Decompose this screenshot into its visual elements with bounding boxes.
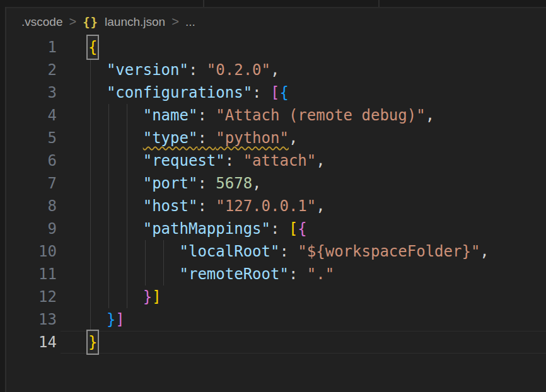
code-line: 2 "version": "0.2.0", [0, 59, 546, 81]
code-line-text[interactable]: "name": "Attach (remote debug)", [88, 104, 434, 127]
token: , [252, 175, 261, 192]
line-number: 5 [0, 127, 57, 149]
code-line: 11 "remoteRoot": "." [0, 263, 546, 285]
token [88, 243, 180, 260]
token [88, 311, 107, 328]
line-number: 1 [0, 36, 57, 59]
token [88, 265, 180, 283]
code-line: 12 }] [0, 285, 546, 308]
token: : [289, 265, 307, 283]
token: , [316, 197, 325, 215]
code-line: 4 "name": "Attach (remote debug)", [0, 104, 546, 127]
token: : [252, 84, 270, 101]
token [88, 197, 143, 215]
code-line: 10 "localRoot": "${workspaceFolder}", [0, 240, 546, 263]
code-line-text[interactable]: "localRoot": "${workspaceFolder}", [88, 240, 489, 263]
code-line-text[interactable]: { [88, 36, 97, 59]
token: : [197, 197, 216, 215]
line-number: 9 [0, 217, 57, 240]
token: , [270, 61, 279, 79]
token: "." [307, 265, 334, 283]
token: "host" [143, 197, 198, 215]
line-number: 14 [0, 331, 57, 354]
bracket-match: { [88, 36, 98, 59]
code-line: 13 }] [0, 308, 546, 331]
token: [ [289, 220, 298, 238]
token: : [279, 243, 298, 260]
token [88, 129, 143, 147]
token [88, 175, 143, 192]
token: , [480, 243, 489, 260]
token: "remoteRoot" [180, 265, 289, 283]
line-number: 13 [0, 308, 57, 331]
token [88, 288, 143, 306]
token [88, 220, 143, 238]
code-line-text[interactable]: "type": "python", [88, 127, 298, 149]
token: } [143, 288, 152, 306]
token: "type" [143, 129, 198, 147]
code-line-text[interactable]: "version": "0.2.0", [88, 59, 279, 81]
token [88, 61, 107, 79]
line-number: 3 [0, 81, 57, 104]
token: "localRoot" [180, 243, 280, 260]
line-number: 12 [0, 285, 57, 308]
code-line: 14} [0, 331, 546, 354]
token: : [189, 61, 207, 79]
code-line-text[interactable]: "host": "127.0.0.1", [88, 195, 325, 217]
token: "name" [143, 107, 198, 124]
code-line: 8 "host": "127.0.0.1", [0, 195, 546, 217]
token: { [298, 220, 306, 238]
token: } [107, 311, 115, 328]
token: [ [270, 84, 279, 101]
token: "configurations" [107, 84, 252, 101]
line-number: 8 [0, 195, 57, 217]
warning-squiggle: "type": "python" [143, 129, 289, 147]
token: ] [115, 311, 124, 328]
token: { [279, 84, 288, 101]
token: : [225, 152, 243, 170]
code-line: 1{ [0, 36, 546, 59]
token: , [426, 107, 434, 124]
code-line-text[interactable]: "configurations": [{ [88, 81, 289, 104]
token: "request" [143, 152, 225, 170]
line-number: 11 [0, 263, 57, 285]
token: "pathMappings" [143, 220, 270, 238]
token: : [197, 129, 216, 147]
token: "${workspaceFolder}" [298, 243, 480, 260]
token: "127.0.0.1" [216, 197, 316, 215]
code-line: 7 "port": 5678, [0, 172, 546, 195]
token [88, 107, 143, 124]
line-number: 6 [0, 149, 57, 172]
code-line-text[interactable]: } [88, 331, 97, 354]
token: "version" [107, 61, 189, 79]
token: "0.2.0" [207, 61, 270, 79]
token: : [270, 220, 289, 238]
token: : [197, 175, 216, 192]
token: 5678 [216, 175, 252, 192]
token: , [289, 129, 298, 147]
token: "port" [143, 175, 198, 192]
code-line: 5 "type": "python", [0, 127, 546, 149]
token: "python" [216, 129, 289, 147]
token: "attach" [243, 152, 317, 170]
code-line-text[interactable]: "remoteRoot": "." [88, 263, 334, 285]
code-line-text[interactable]: "request": "attach", [88, 149, 325, 172]
code-line-text[interactable]: "pathMappings": [{ [88, 217, 307, 240]
token [88, 84, 107, 101]
code-line-text[interactable]: "port": 5678, [88, 172, 262, 195]
code-line-text[interactable]: }] [88, 308, 125, 331]
token [88, 152, 143, 170]
line-number: 2 [0, 59, 57, 81]
line-number: 10 [0, 240, 57, 263]
line-number: 7 [0, 172, 57, 195]
line-number: 4 [0, 104, 57, 127]
token: : [197, 107, 216, 124]
code-line: 6 "request": "attach", [0, 149, 546, 172]
editor-area[interactable]: 1{2 "version": "0.2.0",3 "configurations… [0, 0, 546, 392]
bracket-match: } [88, 331, 98, 354]
token: "Attach (remote debug)" [216, 107, 425, 124]
token: , [316, 152, 325, 170]
code-line: 9 "pathMappings": [{ [0, 217, 546, 240]
token: ] [152, 288, 161, 306]
code-line-text[interactable]: }] [88, 285, 161, 308]
